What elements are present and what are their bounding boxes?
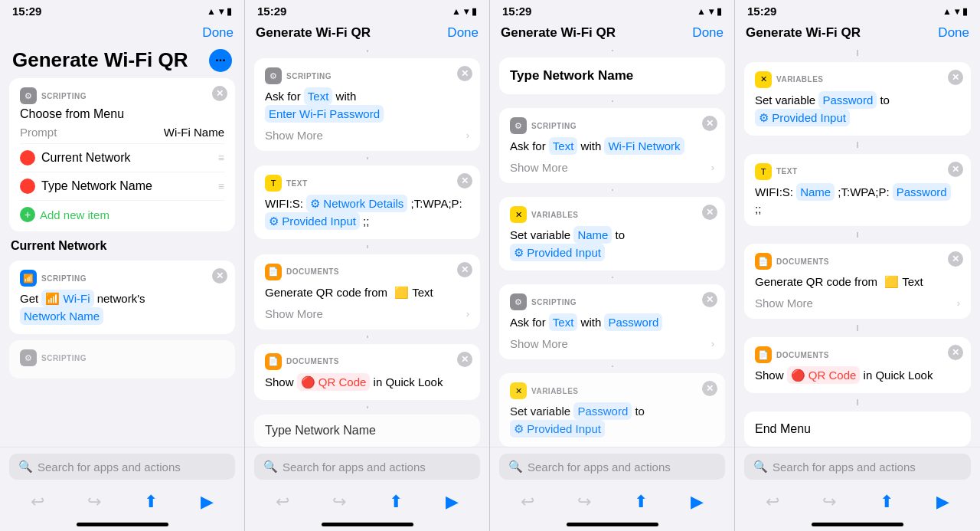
text-token-p3-2: Text [549,313,578,331]
show-more-label-p3-2: Show More [510,337,568,350]
signal-icon: ▲ [207,6,216,17]
close-ask-pwd[interactable]: ✕ [702,292,717,307]
play-btn-1[interactable]: ▶ [201,492,214,512]
close-set-pwd-p3[interactable]: ✕ [702,381,717,396]
password-token-p3: Password [604,313,662,331]
show-more-p4-1[interactable]: Show More › [755,297,960,310]
done-button-2[interactable]: Done [447,25,479,41]
share-btn-2[interactable]: ⬆ [389,492,403,512]
ask-wifi-network-text: Ask for Text with Wi-Fi Network [510,137,714,155]
phone-panel-1: 15:29 ▲ ▾ ▮ Done Generate Wi-Fi QR ··· ✕… [0,0,245,531]
status-icons-3: ▲ ▾ ▮ [697,6,722,17]
search-bar-3[interactable]: 🔍 Search for apps and actions [499,454,725,480]
search-area-4: 🔍 Search for apps and actions [735,447,980,486]
partial-header: ⚙ SCRIPTING [20,349,224,366]
menu-item-left-2: Type Network Name [20,179,152,194]
show-qr-card: ✕ 📄 DOCUMENTS Show 🔴 QR Code in Quick Lo… [254,344,480,400]
name-token-p3: Name [573,226,612,244]
scripting-badge-1: SCRIPTING [41,92,87,100]
prompt-value: Wi-Fi Name [164,126,224,139]
reorder-icon-1[interactable]: ≡ [218,152,224,164]
show-more-p3-1[interactable]: Show More › [510,161,714,174]
redo-btn-1[interactable]: ↪ [87,492,101,512]
nav-title-3: Generate Wi-Fi QR [501,25,616,41]
undo-btn-1[interactable]: ↩ [31,492,44,512]
close-gen-qr-p4[interactable]: ✕ [948,251,963,267]
search-bar-4[interactable]: 🔍 Search for apps and actions [744,454,971,480]
close-gen-qr[interactable]: ✕ [457,262,472,277]
set-pwd-text-p4: Set variable Password to ⚙ Provided Inpu… [755,91,960,126]
phone-panel-3: 15:29 ▲ ▾ ▮ Generate Wi-Fi QR Done Type … [490,0,735,531]
close-set-name[interactable]: ✕ [702,205,717,220]
close-ask-password[interactable]: ✕ [457,66,472,81]
search-icon-1: 🔍 [18,460,33,474]
close-text-card[interactable]: ✕ [457,173,472,188]
var-icon-p3-1: ✕ [510,206,527,223]
show-more-p3-2[interactable]: Show More › [510,337,714,350]
connector-4d [857,399,858,405]
show-more-p2-2[interactable]: Show More › [265,307,469,320]
search-bar-2[interactable]: 🔍 Search for apps and actions [254,454,480,480]
show-qr-card-p4: ✕ 📄 DOCUMENTS Show 🔴 QR Code in Quick Lo… [744,337,971,393]
text-wifi-p4: ✕ T TEXT WIFI:S: Name ;T:WPA;P: Password… [744,154,971,226]
close-set-pwd-p4[interactable]: ✕ [948,70,963,85]
gen-qr-card-p4: ✕ 📄 DOCUMENTS Generate QR code from 🟨 Te… [744,244,971,319]
connector-3c [612,277,613,278]
share-btn-1[interactable]: ⬆ [144,492,158,512]
wifi-text-p4: WIFI:S: Name ;T:WPA;P: Password ;; [755,183,960,217]
close-choose-menu[interactable]: ✕ [212,86,227,101]
docs-badge-p2-1: DOCUMENTS [286,267,339,276]
done-button-4[interactable]: Done [938,25,969,41]
signal-icon-4: ▲ [942,6,952,17]
qr-code-token-p4: 🔴 QR Code [787,366,861,384]
scripting-icon-1: ⚙ [20,87,37,104]
redo-btn-4[interactable]: ↪ [822,492,836,512]
play-btn-4[interactable]: ▶ [936,492,949,512]
close-wifi-card[interactable]: ✕ [212,268,227,284]
text-icon-p2: T [265,175,282,192]
menu-item-current-network[interactable]: Current Network ≡ [20,143,224,172]
redo-btn-2[interactable]: ↪ [332,492,346,512]
ask-text-wifi-password-card: ✕ ⚙ SCRIPTING Ask for Text with Enter Wi… [254,58,480,151]
search-bar-1[interactable]: 🔍 Search for apps and actions [9,454,235,480]
time-3: 15:29 [502,5,531,18]
status-bar-1: 15:29 ▲ ▾ ▮ [0,0,244,21]
menu-item-type-network[interactable]: Type Network Name ≡ [20,172,224,200]
var-badge-p3-2: VARIABLES [531,387,579,395]
choose-menu-card: ✕ ⚙ SCRIPTING Choose from Menu Prompt Wi… [9,78,235,231]
text-badge-p2: TEXT [286,179,308,188]
connector-3d [612,365,613,367]
done-button-1[interactable]: Done [202,25,234,41]
scripting-badge-p3-1: SCRIPTING [531,122,577,130]
play-btn-3[interactable]: ▶ [691,492,704,512]
scripting-header-1: ⚙ SCRIPTING [20,87,224,104]
connector-2d [367,406,368,408]
close-text-p4[interactable]: ✕ [948,162,963,177]
close-ask-wifi[interactable]: ✕ [702,116,717,131]
show-more-p2-1[interactable]: Show More › [265,129,469,142]
battery-icon: ▮ [227,6,232,17]
type-network-partial-text: Type Network Name [265,424,376,437]
done-button-3[interactable]: Done [692,25,724,41]
close-show-qr[interactable]: ✕ [457,352,472,367]
share-btn-3[interactable]: ⬆ [634,492,648,512]
time-4: 15:29 [747,5,776,18]
docs-hdr-p2-1: 📄 DOCUMENTS [265,264,469,280]
search-area-3: 🔍 Search for apps and actions [490,447,734,486]
add-item-btn[interactable]: + Add new item [20,200,224,222]
play-btn-2[interactable]: ▶ [446,492,459,512]
connector-top-2 [367,50,368,52]
wifi-scripting-icon: 📶 [20,270,37,287]
undo-btn-3[interactable]: ↩ [521,492,534,512]
share-btn-4[interactable]: ⬆ [880,492,893,512]
scripting-icon-p2-1: ⚙ [265,67,282,84]
undo-btn-2[interactable]: ↩ [276,492,289,512]
type-network-header-card: Type Network Name [499,57,725,94]
reorder-icon-2[interactable]: ≡ [218,180,224,192]
more-button-1[interactable]: ··· [209,49,232,72]
close-show-qr-p4[interactable]: ✕ [948,345,963,360]
chevron-p2-2: › [466,308,469,320]
scripting-header-2: 📶 SCRIPTING [20,270,224,287]
undo-btn-4[interactable]: ↩ [766,492,779,512]
redo-btn-3[interactable]: ↪ [577,492,591,512]
